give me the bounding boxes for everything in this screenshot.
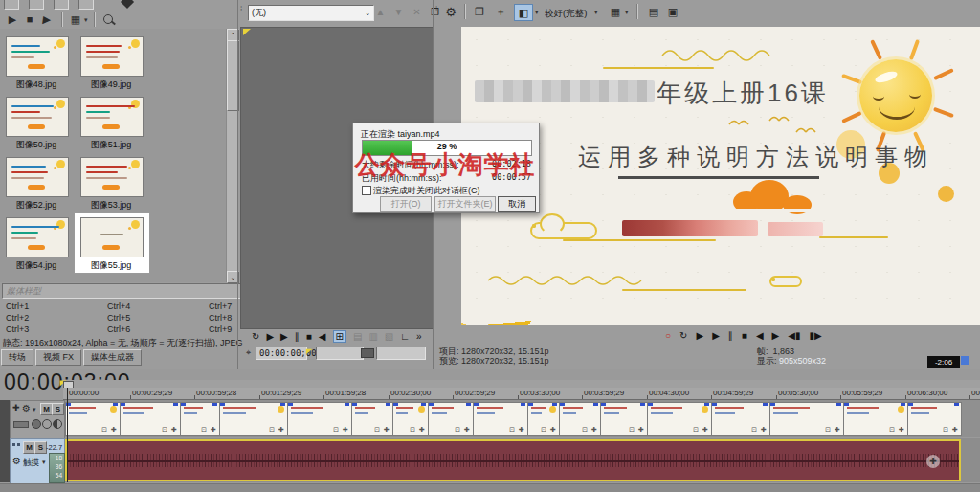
event-pan-crop-icons[interactable]: ⊡ ✚ [629,426,645,434]
video-event-clip[interactable]: ⊡ ✚ [907,402,962,436]
media-thumbnail[interactable] [80,217,144,257]
event-pan-crop-icons[interactable]: ⊡ ✚ [751,426,768,434]
pause-icon[interactable]: ∥ [728,330,733,341]
video-event-clip[interactable]: ⊡ ✚ [120,402,181,436]
timeline-ruler[interactable]: 00:00:0000:00:29;2900:00:59;2800:01:29;2… [63,388,980,400]
prev-frame-icon[interactable]: ◀▮ [788,330,800,341]
panel-grip[interactable]: ⁞ [435,4,441,23]
event-pan-crop-icons[interactable]: ⊡ ✚ [582,426,598,434]
dock-tab-转场[interactable]: 转场 [1,349,33,366]
media-thumbnail[interactable] [80,97,144,137]
video-event-clip[interactable]: ⊡ ✚ [527,402,560,436]
stop-preview-icon[interactable]: ■ [23,13,36,26]
video-event-clip[interactable]: ⊡ ✚ [351,402,393,436]
clipped-icon[interactable] [4,0,19,10]
video-event-clip[interactable]: ⊡ ✚ [769,402,844,436]
trimmer-length-field[interactable] [376,347,426,360]
video-event-clip[interactable]: ⊡ ✚ [647,402,712,436]
trimmer-preset-dropdown[interactable]: (无) ⌄ [248,5,374,21]
video-event-clip[interactable]: ⊡ ✚ [180,402,220,436]
video-event-clip[interactable]: ⊡ ✚ [287,402,352,436]
playhead-line[interactable] [67,388,68,482]
sort-up-icon[interactable]: ▲ [374,6,387,18]
video-event-clip[interactable]: ⊡ ✚ [711,402,770,436]
preview-quality-label[interactable]: 较好(完整) [545,8,587,20]
auto-preview-icon[interactable]: ▶ [39,13,55,26]
media-thumbnail[interactable] [80,157,144,197]
event-pan-crop-icons[interactable]: ⊡ ✚ [889,426,905,434]
external-monitor-icon[interactable]: ❐ [472,4,487,19]
event-pan-crop-icons[interactable]: ⊡ ✚ [541,426,557,434]
play-from-start-icon[interactable]: ▶ [266,331,274,342]
panel-grip[interactable]: ⁞ [240,4,246,23]
close-on-finish-checkbox[interactable] [362,186,371,195]
media-thumbnail[interactable] [6,97,69,137]
quality-dropdown-icon[interactable]: ▾ [535,9,539,16]
audio-only-icon[interactable]: ∟ [400,331,410,342]
go-to-end-icon[interactable]: ▶ [772,330,780,341]
play-icon[interactable]: ▶ [712,330,720,341]
open-button[interactable]: 打开(O) [380,196,432,212]
video-event-clip[interactable]: ⊡ ✚ [392,402,429,436]
media-thumbnail[interactable] [6,217,69,257]
video-event-clip[interactable]: ⊡ ✚ [559,402,601,436]
media-thumbnail[interactable] [6,157,69,197]
dock-tab-媒体生成器[interactable]: 媒体生成器 [83,349,142,366]
event-pan-crop-icons[interactable]: ⊡ ✚ [269,426,285,434]
video-event-clip[interactable]: ⊡ ✚ [219,402,288,436]
event-pan-crop-icons[interactable]: ⊡ ✚ [693,426,709,434]
mixer-icon[interactable]: ▧ [385,331,393,342]
clipped-icon[interactable] [121,0,134,9]
event-pan-crop-icons[interactable]: ⊡ ✚ [333,426,349,434]
video-event-clip[interactable]: ⊡ ✚ [600,402,648,436]
quality-dropdown-icon-2[interactable]: ▾ [594,9,598,16]
video-event-clip[interactable]: ⊡ ✚ [473,402,528,436]
event-pan-crop-icons[interactable]: ⊡ ✚ [455,426,471,434]
trimmer-marker-flag[interactable] [243,29,251,35]
event-pan-crop-icons[interactable]: ⊡ ✚ [201,426,217,434]
event-pan-crop-icons[interactable]: ⊡ ✚ [943,426,959,434]
preview-quality-icon[interactable]: ◧ [514,4,533,21]
grid-dropdown-icon[interactable]: ▾ [625,9,629,16]
next-frame-icon[interactable]: ▮▶ [810,330,822,341]
loop-playback-icon[interactable]: ↻ [252,331,259,342]
trimmer-selection-field[interactable] [316,347,364,360]
save-markers-icon[interactable]: ▤ [353,331,362,342]
play-from-start-icon[interactable]: ▶ [696,330,703,341]
copy-snapshot-icon[interactable]: ▤ [646,4,661,19]
remove-icon[interactable]: ✕ [411,6,423,18]
record-icon[interactable]: ○ [665,330,671,341]
overflow-icon[interactable]: » [416,331,422,342]
pin-icon[interactable]: ⌖ [246,348,251,357]
views-icon[interactable]: ▦ [69,13,82,26]
sort-down-icon[interactable]: ▼ [392,6,405,18]
event-pan-crop-icons[interactable]: ⊡ ✚ [509,426,525,434]
stop-icon[interactable]: ■ [742,330,747,341]
event-pan-crop-icons[interactable]: ⊡ ✚ [374,426,390,434]
video-event-clip[interactable]: ⊡ ✚ [428,402,474,436]
trimmer-timecode-field[interactable]: 00:00:00;00 [256,347,307,360]
snapshot-icon[interactable] [361,348,374,358]
event-pan-crop-icons[interactable]: ⊡ ✚ [825,426,841,434]
video-event-clip[interactable]: ⊡ ✚ [65,402,121,436]
clipped-icon[interactable] [78,0,94,10]
event-pan-crop-icons[interactable]: ⊡ ✚ [162,426,178,434]
open-folder-button[interactable]: 打开文件夹(E) [434,196,496,212]
preview-media-icon[interactable]: ▶ [6,13,19,26]
clipped-icon[interactable] [54,0,69,10]
split-screen-icon[interactable]: ＋ [493,4,508,19]
media-search-field[interactable]: 媒体样型 [2,283,241,299]
open-media-icon[interactable]: ▥ [368,331,377,342]
marker-flag-icon[interactable] [306,349,312,355]
save-snapshot-icon[interactable]: ▣ [665,4,680,19]
go-to-start-icon[interactable]: ◀ [756,330,764,341]
stop-icon[interactable]: ■ [306,331,312,342]
clipped-icon[interactable] [29,0,44,10]
dock-tab-视频 FX[interactable]: 视频 FX [35,349,81,366]
go-to-start-icon[interactable]: ◀ [319,331,326,342]
play-icon[interactable]: ▶ [280,331,288,342]
media-thumbnail[interactable] [80,36,144,77]
views-dropdown-icon[interactable]: ▾ [84,16,88,24]
cancel-button[interactable]: 取消 [498,196,536,212]
video-event-clip[interactable]: ⊡ ✚ [843,402,908,436]
